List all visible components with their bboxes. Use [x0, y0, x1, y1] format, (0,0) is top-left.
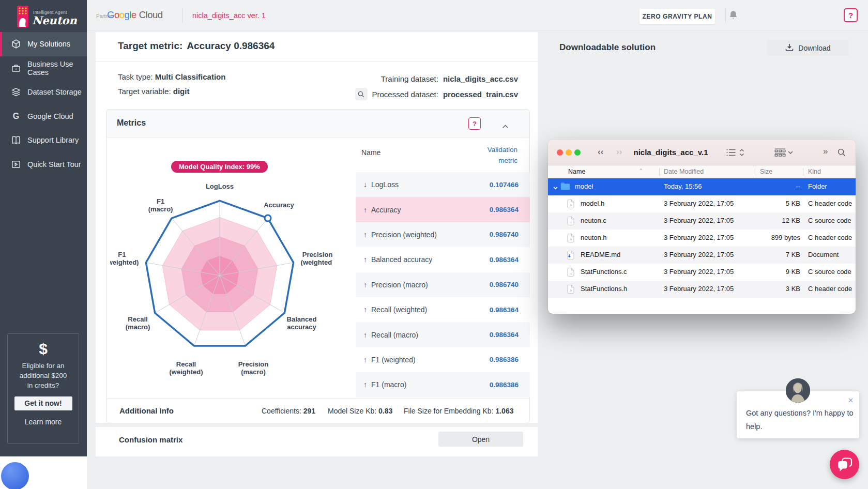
metrics-panel-header: Metrics ?: [106, 110, 529, 137]
metric-name: ↑F1 (macro): [363, 380, 406, 389]
arrow-up-icon: ↑: [363, 281, 367, 289]
column-kind[interactable]: Kind: [808, 168, 821, 175]
file-row-readme-md[interactable]: README.md3 February 2022, 17:057 KBDocum…: [548, 247, 856, 264]
logo-title: Neuton: [32, 14, 77, 27]
metric-label: Precision (macro): [371, 281, 428, 289]
metric-label: Accuracy: [371, 206, 401, 214]
layers-icon: [11, 87, 21, 97]
metric-name: ↑Balanced accuracy: [363, 255, 432, 264]
play-icon: [11, 159, 21, 170]
file-icon: [567, 251, 574, 261]
chat-bubble-button[interactable]: [830, 450, 859, 479]
file-row-neuton-h[interactable]: .hneuton.h3 February 2022, 17:05899 byte…: [548, 230, 856, 247]
disclosure-chevron-icon[interactable]: [553, 184, 558, 191]
metric-row-recall-macro[interactable]: ↑Recall (macro)0.986364: [356, 322, 530, 347]
metric-value: 0.986740: [490, 281, 519, 288]
sidebar-item-my-solutions[interactable]: My Solutions: [0, 32, 87, 56]
close-icon[interactable]: ✕: [848, 396, 854, 404]
collapse-chevron-icon[interactable]: [502, 121, 509, 131]
project-name: nicla_digits_acc ver. 1: [192, 11, 266, 20]
sidebar-item-label: Business Use Cases: [27, 60, 87, 77]
google-cloud-logo: GoogleCloud: [107, 9, 163, 21]
open-confusion-matrix-button[interactable]: Open: [438, 432, 523, 447]
metric-row-recall-weighted[interactable]: ↑Recall (weighted)0.986364: [356, 297, 530, 322]
axis-label-f1-macro: F1(macro): [148, 197, 173, 213]
axis-label-logloss: LogLoss: [206, 182, 234, 190]
corner-widget[interactable]: [1, 462, 29, 489]
promo-text: Eligible for an additional $200 in credi…: [8, 361, 79, 390]
box-icon: [11, 39, 21, 49]
search-dataset-icon[interactable]: [355, 88, 368, 100]
svg-text:.c: .c: [570, 221, 572, 224]
sidebar-item-business-use-cases[interactable]: Business Use Cases: [0, 56, 87, 81]
confusion-matrix-title: Confusion matrix: [119, 435, 182, 444]
metric-label: Precision (weighted): [371, 231, 437, 239]
metric-value: 0.986386: [490, 381, 519, 389]
metric-row-accuracy[interactable]: ↑Accuracy0.986364: [356, 197, 530, 222]
file-size: 899 bytes: [734, 234, 800, 241]
sidebar-item-support-library[interactable]: Support Library: [0, 128, 87, 152]
svg-text:.h: .h: [570, 289, 572, 292]
get-it-now-button[interactable]: Get it now!: [14, 396, 72, 410]
metric-name: ↑Recall (weighted): [363, 305, 427, 314]
finder-titlebar: ‹‹ ›› nicla_digits_acc_v.1 »: [548, 140, 856, 165]
column-name[interactable]: Name: [568, 168, 585, 175]
notifications-bell-icon[interactable]: [729, 10, 738, 22]
finder-window[interactable]: ‹‹ ›› nicla_digits_acc_v.1 » Name ⌃ Date…: [548, 140, 856, 314]
svg-text:.c: .c: [570, 272, 572, 275]
zoom-window-button[interactable]: [574, 149, 581, 156]
svg-text:.h: .h: [570, 238, 572, 241]
plan-button[interactable]: ZERO GRAVITY PLAN: [639, 9, 715, 24]
file-row-model[interactable]: modelToday, 15:56--Folder: [548, 178, 856, 195]
sidebar-item-google-cloud[interactable]: GGoogle Cloud: [0, 104, 87, 129]
search-icon[interactable]: [837, 148, 846, 157]
help-button[interactable]: ?: [844, 8, 858, 22]
sidebar-item-dataset-storage[interactable]: Dataset Storage: [0, 80, 87, 104]
list-view-icon[interactable]: [726, 149, 736, 156]
svg-text:.h: .h: [570, 204, 572, 207]
chat-agent-avatar: [786, 378, 810, 403]
more-toolbar-items-icon[interactable]: »: [823, 146, 828, 157]
task-type: Task type: Multi Classification: [118, 72, 225, 81]
file-size: 5 KB: [734, 200, 800, 207]
file-size: 7 KB: [734, 251, 800, 258]
arrow-up-icon: ↑: [363, 305, 367, 314]
sort-arrows-icon[interactable]: [739, 149, 744, 156]
sidebar-item-label: My Solutions: [27, 40, 70, 48]
metric-row-logloss[interactable]: ↓LogLoss0.107466: [356, 172, 530, 197]
metric-name: ↑F1 (weighted): [363, 356, 416, 364]
file-icon: .c: [567, 217, 574, 227]
neuton-logo[interactable]: Intelligent Agent Neuton: [0, 0, 87, 32]
metric-name: ↑Recall (macro): [363, 331, 418, 339]
back-button[interactable]: ‹‹: [598, 147, 603, 157]
additional-info-title: Additional Info: [119, 406, 174, 415]
arrow-up-icon: ↑: [363, 331, 367, 339]
metric-label: Recall (weighted): [371, 305, 427, 314]
learn-more-link[interactable]: Learn more: [8, 418, 79, 426]
sidebar-item-label: Quick Start Tour: [27, 160, 81, 169]
column-date-modified[interactable]: Date Modified: [664, 168, 704, 175]
download-button[interactable]: Download: [767, 40, 849, 56]
forward-button[interactable]: ››: [616, 147, 622, 157]
close-window-button[interactable]: [557, 149, 563, 156]
metric-label: F1 (weighted): [371, 356, 416, 364]
column-header-validation-metric[interactable]: Validation metric: [488, 144, 517, 166]
metric-row-precision-weighted[interactable]: ↑Precision (weighted)0.986740: [356, 222, 530, 247]
radar-chart-svg: LogLossAccuracyPrecision(weighted)Balanc…: [110, 144, 332, 382]
metric-row-f1-weighted[interactable]: ↑F1 (weighted)0.986386: [356, 347, 530, 372]
file-name: neuton.h: [581, 234, 607, 241]
metric-name: ↑Precision (weighted): [363, 231, 437, 239]
file-row-statfunctions-h[interactable]: .hStatFunctions.h3 February 2022, 17:053…: [548, 281, 856, 298]
sidebar-item-quick-start-tour[interactable]: Quick Start Tour: [0, 152, 87, 177]
metric-row-precision-macro[interactable]: ↑Precision (macro)0.986740: [356, 272, 530, 297]
metric-row-f1-macro[interactable]: ↑F1 (macro)0.986386: [356, 372, 530, 397]
group-view-icon[interactable]: [774, 148, 786, 157]
column-size[interactable]: Size: [760, 168, 772, 175]
minimize-window-button[interactable]: [566, 149, 572, 156]
metrics-help-button[interactable]: ?: [468, 117, 481, 130]
metric-row-balanced-accuracy[interactable]: ↑Balanced accuracy0.986364: [356, 247, 530, 272]
file-row-statfunctions-c[interactable]: .cStatFunctions.c3 February 2022, 17:059…: [548, 264, 856, 281]
chevron-down-icon[interactable]: [788, 151, 793, 155]
file-row-neuton-c[interactable]: .cneuton.c3 February 2022, 17:0512 KBC s…: [548, 212, 856, 230]
file-row-model-h[interactable]: .hmodel.h3 February 2022, 17:055 KBC hea…: [548, 195, 856, 212]
